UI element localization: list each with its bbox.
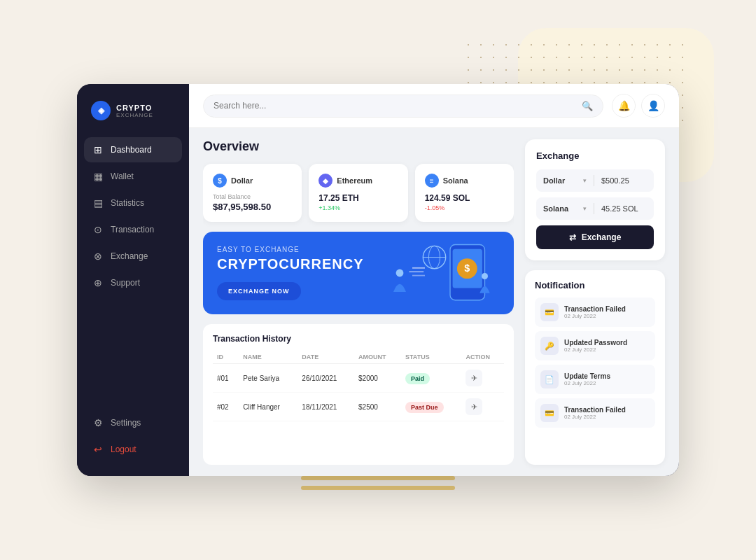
cell-action[interactable]: ✈ xyxy=(461,364,504,393)
notif-text: Update Terms xyxy=(564,372,610,380)
table-row: #01 Pete Sariya 26/10/2021 $2000 Paid ✈ xyxy=(213,364,504,393)
exchange-button[interactable]: ⇄ Exchange xyxy=(536,225,654,249)
cell-amount: $2000 xyxy=(354,364,401,393)
from-currency-select[interactable]: Dollar Bitcoin Ethereum xyxy=(543,176,579,185)
sidebar-logo: ◈ CRYPTO EXCHANGE xyxy=(77,101,189,137)
list-item: 💳 Transaction Failed 02 July 2022 xyxy=(535,398,655,428)
to-amount: 45.25 SOL xyxy=(601,204,647,213)
notif-content: Update Terms 02 July 2022 xyxy=(564,372,610,386)
list-item: 🔑 Updated Password 02 July 2022 xyxy=(535,331,655,360)
right-panel: Exchange Dollar Bitcoin Ethereum ▾ $500.… xyxy=(525,139,665,465)
notif-icon: 💳 xyxy=(540,303,559,321)
table-row: #02 Cliff Hanger 18/11/2021 $2500 Past D… xyxy=(213,393,504,421)
eth-name: Ethereum xyxy=(337,176,372,185)
page-title: Overview xyxy=(203,139,514,154)
sidebar-item-logout[interactable]: ↩ Logout xyxy=(84,437,182,462)
exchange-card: Exchange Dollar Bitcoin Ethereum ▾ $500.… xyxy=(525,139,665,260)
notif-text: Updated Password xyxy=(564,339,627,346)
search-box[interactable]: 🔍 xyxy=(203,94,603,118)
header-icons: 🔔 👤 xyxy=(612,94,665,118)
notification-card: Notification 💳 Transaction Failed 02 Jul… xyxy=(525,270,665,465)
sol-change: -1.05% xyxy=(425,204,504,211)
main-content: 🔍 🔔 👤 Overview $ Dollar xyxy=(189,84,679,476)
eth-card-header: ◆ Ethereum xyxy=(318,174,398,188)
search-input[interactable] xyxy=(214,101,576,111)
eth-amount: 17.25 ETH xyxy=(318,193,398,203)
sidebar-item-settings[interactable]: ⚙ Settings xyxy=(84,410,182,435)
sidebar-item-dashboard[interactable]: ⊞ Dashboard xyxy=(84,137,182,162)
sidebar-item-exchange[interactable]: ⊗ Exchange xyxy=(84,244,182,269)
sidebar-item-wallet[interactable]: ▦ Wallet xyxy=(84,164,182,189)
sidebar-item-statistics[interactable]: ▤ Statistics xyxy=(84,190,182,216)
to-currency-select[interactable]: Solana Bitcoin Ethereum xyxy=(543,204,579,213)
settings-icon: ⚙ xyxy=(92,417,104,428)
cell-date: 26/10/2021 xyxy=(298,364,354,393)
transaction-section: Transaction History ID NAME DATE AMOUNT … xyxy=(203,324,514,465)
exchange-nav-label: Exchange xyxy=(111,251,148,261)
banner-text: Easy To Exchange CRYPTOCURRENCY EXCHANGE… xyxy=(217,246,364,300)
exchange-now-button[interactable]: EXCHANGE NOW xyxy=(217,282,301,300)
svg-point-8 xyxy=(482,273,488,279)
currency-cards: $ Dollar Total Balance $87,95,598.50 ◆ E… xyxy=(203,164,514,222)
logo-sub: EXCHANGE xyxy=(116,112,153,118)
to-arrow-icon: ▾ xyxy=(583,205,587,212)
left-panel: Overview $ Dollar Total Balance $87,95,5… xyxy=(203,139,514,465)
col-action: ACTION xyxy=(461,351,504,364)
notif-content: Transaction Failed 02 July 2022 xyxy=(564,305,626,319)
svg-point-7 xyxy=(396,270,404,277)
from-amount: $500.25 xyxy=(601,176,647,185)
dollar-icon: $ xyxy=(213,174,227,188)
sol-card-header: ≡ Solana xyxy=(425,174,504,188)
cell-name: Pete Sariya xyxy=(239,364,298,393)
sidebar-item-support[interactable]: ⊕ Support xyxy=(84,270,182,295)
action-button[interactable]: ✈ xyxy=(465,398,482,415)
banner-graphic: $ xyxy=(374,232,514,314)
exchange-nav-icon: ⊗ xyxy=(92,251,104,262)
settings-label: Settings xyxy=(111,418,141,428)
cell-amount: $2500 xyxy=(354,393,401,421)
dollar-amount: $87,95,598.50 xyxy=(213,202,292,212)
notification-button[interactable]: 🔔 xyxy=(612,94,636,118)
list-item: 📄 Update Terms 02 July 2022 xyxy=(535,365,655,394)
cell-status: Past Due xyxy=(401,393,461,421)
notif-date: 02 July 2022 xyxy=(564,414,626,420)
notification-title: Notification xyxy=(535,280,655,290)
col-name: NAME xyxy=(239,351,298,364)
support-label: Support xyxy=(111,278,140,288)
notif-content: Transaction Failed 02 July 2022 xyxy=(564,406,626,420)
notif-icon: 💳 xyxy=(540,404,559,422)
bg-lines-bottom xyxy=(301,476,455,490)
logo-icon: ◈ xyxy=(91,101,111,120)
cell-action[interactable]: ✈ xyxy=(461,393,504,421)
statistics-label: Statistics xyxy=(111,198,144,208)
exchange-to-row: Solana Bitcoin Ethereum ▾ 45.25 SOL xyxy=(536,197,654,220)
sidebar: ◈ CRYPTO EXCHANGE ⊞ Dashboard ▦ Wallet ▤… xyxy=(77,84,189,476)
notif-icon: 🔑 xyxy=(540,337,559,355)
from-arrow-icon: ▾ xyxy=(583,177,587,184)
statistics-icon: ▤ xyxy=(92,197,104,209)
sidebar-bottom: ⚙ Settings ↩ Logout xyxy=(77,410,189,462)
dollar-label: Total Balance xyxy=(213,193,292,200)
sidebar-item-transaction[interactable]: ⊙ Transaction xyxy=(84,217,182,242)
logo-main: CRYPTO xyxy=(116,104,153,112)
col-date: DATE xyxy=(298,351,354,364)
action-button[interactable]: ✈ xyxy=(465,370,482,386)
sol-name: Solana xyxy=(443,176,468,185)
exchange-title: Exchange xyxy=(536,150,654,161)
status-badge: Past Due xyxy=(405,402,444,413)
banner-big-text: CRYPTOCURRENCY xyxy=(217,256,364,272)
user-profile-button[interactable]: 👤 xyxy=(641,94,665,118)
cell-id: #02 xyxy=(213,393,239,421)
exchange-btn-icon: ⇄ xyxy=(569,232,576,242)
wallet-icon: ▦ xyxy=(92,171,104,182)
notif-text: Transaction Failed xyxy=(564,406,626,414)
notif-icon: 📄 xyxy=(540,370,559,388)
search-icon: 🔍 xyxy=(582,101,593,111)
exchange-from-row: Dollar Bitcoin Ethereum ▾ $500.25 xyxy=(536,169,654,192)
divider2 xyxy=(594,203,594,214)
logo-text: CRYPTO EXCHANGE xyxy=(116,104,153,118)
exchange-banner: Easy To Exchange CRYPTOCURRENCY EXCHANGE… xyxy=(203,232,514,314)
logout-icon: ↩ xyxy=(92,444,104,455)
transaction-table: ID NAME DATE AMOUNT STATUS ACTION #01 Pe… xyxy=(213,351,504,421)
cell-status: Paid xyxy=(401,364,461,393)
